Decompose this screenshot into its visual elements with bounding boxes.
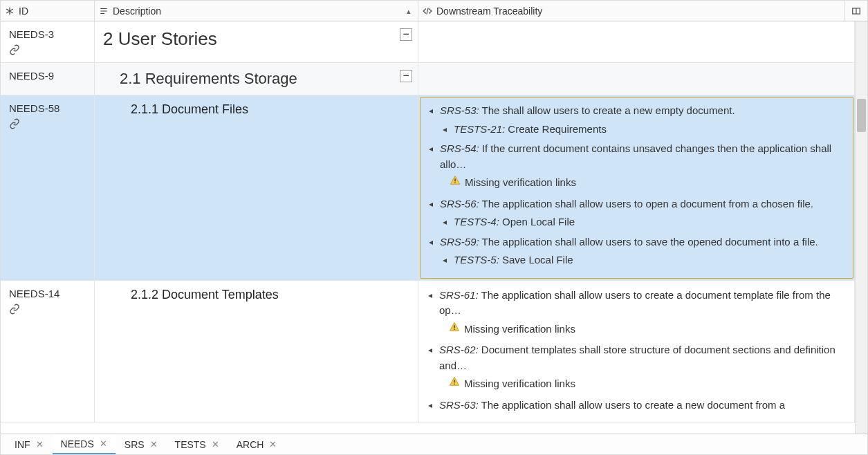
svg-rect-2 (454, 183, 455, 183)
table-row[interactable]: NEEDS-142.1.2 Document Templates◂SRS-61:… (1, 281, 855, 424)
trace-text: The application shall allow users to cre… (439, 289, 831, 317)
table-row[interactable]: NEEDS-582.1.1 Document Files◂SRS-53: The… (1, 95, 855, 281)
link-icon[interactable] (9, 304, 86, 315)
table-row[interactable]: NEEDS-92.1 Requirements Storage− (1, 63, 855, 95)
trace-ref-id: SRS-59: (440, 236, 479, 248)
description-cell[interactable]: 2.1.2 Document Templates (95, 281, 418, 423)
traceability-cell[interactable] (418, 63, 855, 95)
trace-ref-id: SRS-62: (439, 344, 479, 355)
trace-subitem[interactable]: ◂TESTS-5: Save Local File (429, 252, 844, 268)
row-id: NEEDS-14 (9, 288, 59, 299)
vertical-scrollbar[interactable] (855, 21, 867, 434)
trace-text: Create Requirements (505, 123, 607, 135)
triangle-left-icon: ◂ (429, 198, 433, 210)
close-icon[interactable]: ✕ (212, 439, 219, 449)
warning-text: Missing verification links (464, 322, 575, 337)
id-cell: NEEDS-9 (1, 63, 95, 95)
description-cell[interactable]: 2.1 Requirements Storage− (95, 63, 418, 95)
description-text: 2.1.1 Document Files (103, 102, 409, 117)
id-cell: NEEDS-14 (1, 281, 95, 423)
traceability-cell[interactable] (418, 21, 855, 62)
trace-ref-id: TESTS-5: (454, 254, 499, 266)
trace-text: The application shall allow users to cre… (479, 399, 785, 411)
warning-row: Missing verification links (429, 175, 844, 191)
svg-rect-5 (454, 380, 454, 382)
trace-text: Open Local File (499, 216, 575, 228)
warning-icon (449, 322, 460, 337)
warning-icon (450, 175, 461, 191)
column-header-traceability[interactable]: Downstream Traceability (418, 1, 845, 21)
trace-text: The shall allow users to create a new em… (479, 104, 735, 116)
close-icon[interactable]: ✕ (150, 439, 158, 449)
tab-tests[interactable]: TESTS✕ (167, 434, 228, 454)
trace-item[interactable]: ◂SRS-62: Document templates shall store … (428, 342, 844, 373)
collapse-button[interactable]: − (400, 28, 412, 41)
id-cell: NEEDS-3 (1, 21, 95, 62)
trace-item[interactable]: ◂SRS-53: The shall allow users to create… (429, 103, 844, 119)
traceability-cell[interactable]: ◂SRS-53: The shall allow users to create… (420, 97, 853, 279)
code-icon (423, 6, 432, 16)
column-header-id[interactable]: ID (1, 1, 95, 21)
description-text: 2.1 Requirements Storage (103, 70, 409, 88)
svg-rect-3 (454, 325, 454, 328)
trace-subitem[interactable]: ◂TESTS-21: Create Requirements (429, 122, 844, 138)
trace-ref-id: TESTS-21: (454, 123, 505, 135)
main-pane: NEEDS-32 User Stories−NEEDS-92.1 Require… (1, 21, 867, 434)
close-icon[interactable]: ✕ (269, 439, 277, 449)
tab-label: INF (15, 439, 30, 450)
trace-subitem[interactable]: ◂TESTS-4: Open Local File (429, 214, 844, 230)
traceability-cell[interactable]: ◂SRS-61: The application shall allow use… (418, 281, 855, 423)
row-id: NEEDS-58 (9, 102, 59, 114)
trace-item[interactable]: ◂SRS-63: The application shall allow use… (428, 398, 844, 414)
link-icon[interactable] (9, 44, 86, 55)
trace-text: The application shall allow users to sav… (479, 236, 818, 248)
trace-ref-id: SRS-54: (440, 142, 479, 154)
tab-srs[interactable]: SRS✕ (116, 434, 167, 454)
columns-icon (851, 6, 861, 16)
trace-item[interactable]: ◂SRS-61: The application shall allow use… (428, 288, 844, 319)
tab-arch[interactable]: ARCH✕ (228, 434, 286, 454)
trace-item[interactable]: ◂SRS-59: The application shall allow use… (429, 234, 844, 250)
trace-ref-id: TESTS-4: (454, 216, 499, 228)
document-tabs: INF✕NEEDS✕SRS✕TESTS✕ARCH✕ (1, 434, 867, 454)
column-header-row: ID Description ▴ Downstream Traceability (1, 1, 867, 21)
trace-text: The application shall allow users to ope… (479, 198, 813, 210)
scrollbar-thumb[interactable] (857, 99, 866, 132)
table-row[interactable]: NEEDS-32 User Stories− (1, 21, 855, 63)
data-grid[interactable]: NEEDS-32 User Stories−NEEDS-92.1 Require… (1, 21, 855, 434)
row-id: NEEDS-9 (9, 70, 54, 82)
tab-label: TESTS (175, 439, 206, 450)
row-id: NEEDS-3 (9, 28, 54, 40)
trace-text: Document templates shall store structure… (439, 344, 835, 371)
triangle-left-icon: ◂ (443, 216, 447, 228)
tab-label: NEEDS (61, 438, 94, 449)
svg-rect-1 (454, 178, 455, 181)
collapse-button[interactable]: − (400, 70, 412, 82)
trace-item[interactable]: ◂SRS-54: If the current document contain… (429, 141, 844, 172)
close-icon[interactable]: ✕ (100, 438, 107, 449)
description-cell[interactable]: 2 User Stories− (95, 21, 418, 62)
triangle-left-icon: ◂ (428, 289, 432, 301)
warning-text: Missing verification links (464, 376, 575, 392)
triangle-left-icon: ◂ (429, 104, 433, 117)
description-text: 2 User Stories (103, 28, 409, 50)
triangle-left-icon: ◂ (429, 236, 433, 248)
trace-ref-id: SRS-56: (440, 198, 479, 210)
description-cell[interactable]: 2.1.1 Document Files (95, 95, 418, 280)
trace-item[interactable]: ◂SRS-56: The application shall allow use… (429, 196, 844, 212)
column-header-description[interactable]: Description ▴ (95, 1, 418, 21)
tab-needs[interactable]: NEEDS✕ (53, 434, 116, 454)
link-icon[interactable] (9, 118, 86, 129)
description-text: 2.1.2 Document Templates (103, 288, 409, 302)
tab-inf[interactable]: INF✕ (6, 434, 53, 454)
svg-rect-6 (454, 384, 454, 384)
triangle-left-icon: ◂ (443, 123, 447, 136)
warning-row: Missing verification links (428, 376, 844, 392)
sort-ascending-icon[interactable]: ▴ (407, 6, 411, 15)
triangle-left-icon: ◂ (443, 254, 447, 266)
trace-text: If the current document contains unsaved… (440, 142, 831, 170)
column-config-button[interactable] (845, 1, 867, 21)
id-cell: NEEDS-58 (1, 95, 95, 280)
close-icon[interactable]: ✕ (36, 439, 44, 449)
trace-ref-id: SRS-63: (439, 399, 479, 411)
